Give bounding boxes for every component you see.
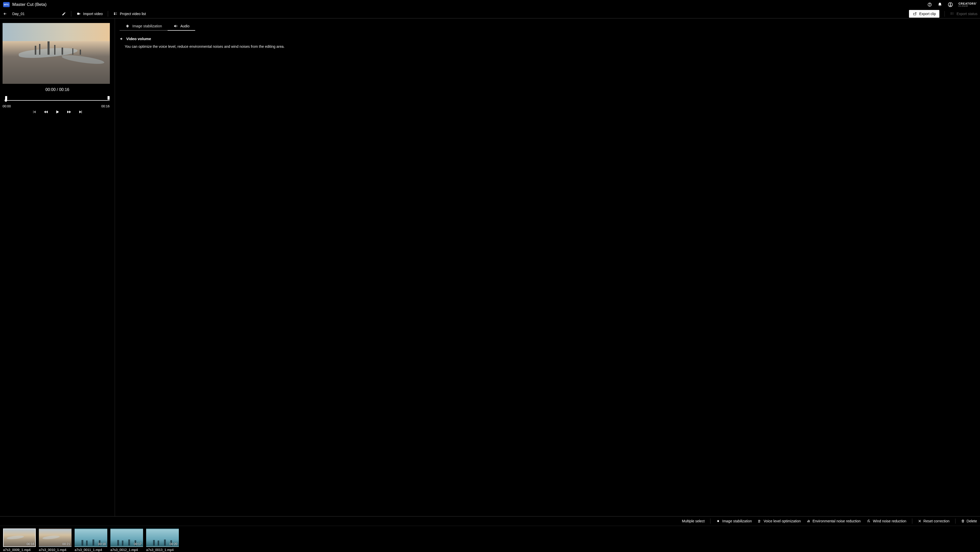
svg-rect-5: [114, 13, 115, 14]
import-icon: [76, 12, 81, 16]
list-icon: [113, 12, 118, 16]
clip-thumbnail[interactable]: 00:20: [146, 528, 179, 547]
wind-icon: [866, 519, 871, 523]
settings-pane: Image stabilization Audio Video volume Y…: [115, 18, 980, 516]
ct-wind-label: Wind noise reduction: [873, 519, 907, 523]
clip-item[interactable]: 00:17a7s3_0012_1.mp4: [110, 528, 143, 552]
project-video-list-label: Project video list: [120, 12, 146, 16]
brand-logo[interactable]: CREATORS' CLOUD: [959, 2, 977, 7]
close-icon: [918, 519, 921, 523]
clip-item[interactable]: 00:20a7s3_0013_1.mp4: [146, 528, 179, 552]
svg-rect-11: [951, 14, 951, 14]
tab-audio[interactable]: Audio: [168, 22, 195, 31]
video-preview[interactable]: [3, 23, 110, 84]
export-status-label: Export status: [956, 12, 977, 16]
step-forward-button[interactable]: [67, 110, 72, 114]
tab-image-stabilization[interactable]: Image stabilization: [119, 22, 168, 31]
account-icon[interactable]: [948, 2, 953, 7]
volume-icon: [119, 37, 124, 41]
svg-point-16: [759, 520, 760, 521]
import-video-label: Import video: [83, 12, 103, 16]
clip-thumbnail[interactable]: 00:18: [75, 528, 107, 547]
help-icon[interactable]: [928, 2, 932, 7]
ct-voice-level[interactable]: Voice level optimization: [757, 519, 801, 523]
clip-thumbnail[interactable]: 00:16: [3, 528, 36, 547]
clip-duration: 00:18: [98, 542, 106, 546]
video-volume-description: You can optimize the voice level, reduce…: [119, 45, 975, 49]
ct-stab-label: Image stabilization: [722, 519, 752, 523]
export-clip-icon: [913, 12, 917, 16]
clip-thumbnail[interactable]: 00:21: [39, 528, 72, 547]
export-status-button[interactable]: Export status: [950, 12, 977, 16]
export-clip-button[interactable]: Export clip: [909, 10, 939, 17]
ct-env-label: Environmental noise reduction: [813, 519, 861, 523]
svg-point-3: [950, 3, 951, 5]
tab-audio-label: Audio: [180, 24, 189, 28]
brand-bottom: CLOUD: [959, 5, 977, 7]
clip-item[interactable]: 00:18a7s3_0011_1.mp4: [75, 528, 108, 552]
playback-controls: [3, 110, 112, 114]
svg-rect-19: [809, 520, 810, 522]
svg-rect-15: [81, 111, 82, 113]
svg-rect-17: [807, 521, 808, 522]
skip-start-button[interactable]: [32, 110, 37, 114]
clip-duration: 00:20: [170, 542, 177, 546]
svg-rect-8: [116, 14, 117, 14]
svg-rect-14: [33, 111, 33, 113]
tab-stabilization-label: Image stabilization: [132, 24, 162, 28]
svg-rect-7: [116, 13, 117, 13]
play-button[interactable]: [55, 110, 60, 114]
settings-tabs: Image stabilization Audio: [119, 22, 975, 31]
video-volume-header: Video volume: [119, 37, 975, 41]
video-volume-title: Video volume: [126, 37, 151, 41]
ct-env-noise[interactable]: Environmental noise reduction: [807, 519, 861, 523]
stabilization-icon: [125, 24, 130, 28]
bell-icon[interactable]: [938, 2, 942, 7]
export-clip-label: Export clip: [919, 12, 936, 16]
svg-rect-10: [951, 13, 951, 13]
clip-filename: a7s3_0009_1.mp4: [3, 548, 36, 552]
svg-rect-9: [913, 13, 916, 15]
svg-rect-18: [808, 520, 808, 522]
voice-icon: [757, 519, 762, 523]
svg-rect-12: [952, 13, 954, 13]
project-name: Day_01: [12, 12, 24, 16]
trim-handle-right[interactable]: [108, 96, 110, 100]
clip-duration: 00:17: [134, 542, 142, 546]
ct-delete[interactable]: Delete: [961, 519, 977, 523]
titlebar: MTC Master Cut (Beta) CREATORS' CLOUD: [0, 0, 980, 9]
time-start: 00:00: [3, 104, 11, 108]
main-toolbar: Day_01 Import video Project video list E…: [0, 9, 980, 18]
svg-rect-6: [114, 14, 115, 15]
svg-rect-13: [952, 14, 954, 14]
skip-end-button[interactable]: [78, 110, 83, 114]
ct-reset[interactable]: Reset correction: [918, 519, 950, 523]
clip-duration: 00:16: [27, 542, 34, 546]
ct-voice-label: Voice level optimization: [764, 519, 801, 523]
ct-wind-noise[interactable]: Wind noise reduction: [866, 519, 907, 523]
export-status-icon: [950, 12, 955, 16]
equalizer-icon: [807, 519, 811, 523]
playback-time: 00:00 / 00:16: [3, 87, 112, 92]
clip-item[interactable]: 00:21a7s3_0010_1.mp4: [39, 528, 72, 552]
trim-slider[interactable]: [5, 95, 110, 103]
ct-image-stabilization[interactable]: Image stabilization: [716, 519, 752, 523]
back-arrow-icon[interactable]: [3, 12, 8, 16]
preview-pane: 00:00 / 00:16 00:00 00:16: [0, 18, 115, 516]
clip-filename: a7s3_0013_1.mp4: [146, 548, 179, 552]
clip-item[interactable]: 00:16a7s3_0009_1.mp4: [3, 528, 36, 552]
stabilization-icon: [716, 519, 720, 523]
trash-icon: [961, 519, 965, 523]
clips-row: 00:16a7s3_0009_1.mp400:21a7s3_0010_1.mp4…: [0, 526, 980, 552]
playhead[interactable]: [5, 99, 7, 102]
import-video-button[interactable]: Import video: [76, 12, 103, 16]
edit-icon[interactable]: [62, 12, 66, 16]
multiple-select-button[interactable]: Multiple select: [682, 519, 705, 523]
clip-duration: 00:21: [62, 542, 70, 546]
brand-top: CREATORS': [959, 2, 977, 5]
step-back-button[interactable]: [43, 110, 49, 114]
audio-icon: [173, 24, 178, 28]
project-video-list-button[interactable]: Project video list: [113, 12, 146, 16]
clip-thumbnail[interactable]: 00:17: [110, 528, 143, 547]
clip-filename: a7s3_0010_1.mp4: [39, 548, 72, 552]
